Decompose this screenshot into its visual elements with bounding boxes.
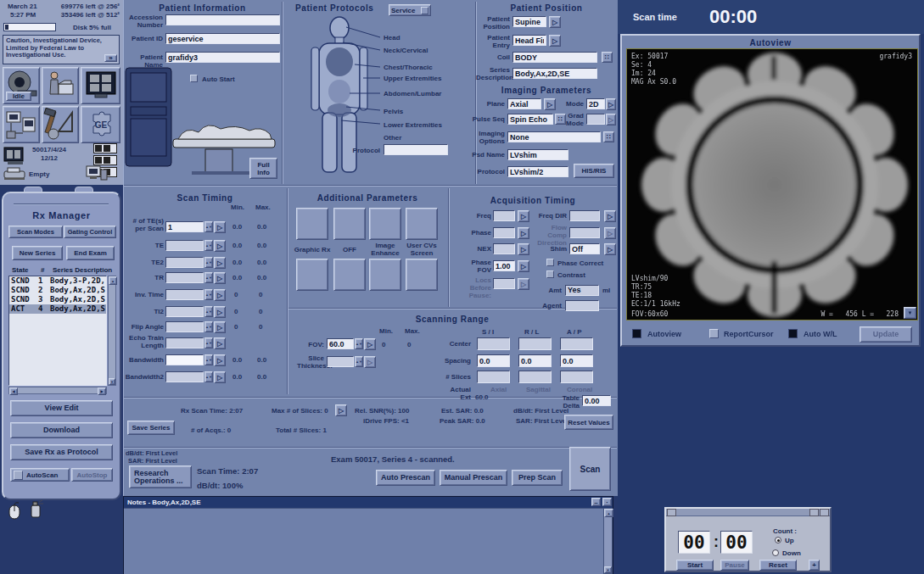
spacing-rl-field[interactable]	[518, 354, 552, 367]
series-row[interactable]: SCND1Body,3-P,2D,	[9, 276, 106, 286]
count-up-radio[interactable]	[775, 537, 781, 543]
echo-train-picker-button[interactable]: ▷	[214, 337, 226, 349]
grad-mode-picker-button[interactable]: ▷	[606, 114, 616, 125]
update-button[interactable]: Update	[860, 326, 912, 343]
series-list-hscrollbar[interactable]: ◀ ▶	[8, 387, 107, 394]
scan-modes-button[interactable]: Scan Modes	[8, 226, 63, 238]
agent-field[interactable]	[565, 300, 599, 311]
scroll-left-icon[interactable]: ◀	[9, 387, 18, 395]
series-row-active[interactable]: ACT4Body,Ax,2D,S	[9, 304, 106, 314]
pulse-seq-field[interactable]	[507, 114, 553, 125]
te-picker-button[interactable]: ▷	[214, 240, 226, 252]
region-abdomen-lumbar[interactable]: Abdomen/Lumbar	[384, 90, 441, 98]
freq-dir-picker-button[interactable]: ▷	[604, 210, 616, 222]
notes-vscrollbar[interactable]: ▲ ▼	[603, 508, 613, 574]
slices-rl-field[interactable]	[518, 371, 552, 383]
plane-picker-button[interactable]: ▷	[544, 98, 556, 110]
patient-archive-button[interactable]	[42, 67, 79, 104]
notes-minimize-button[interactable]: –	[591, 498, 601, 506]
inv-time-stepper[interactable]: ▲▼	[204, 289, 213, 300]
scroll-right-icon[interactable]: ▶	[98, 387, 106, 395]
te-count-stepper[interactable]: ▲▼	[204, 221, 213, 232]
phase-correct-checkbox[interactable]	[546, 259, 554, 266]
scroll-up-icon[interactable]: ▲	[109, 276, 117, 285]
te2-stepper[interactable]: ▲▼	[204, 257, 213, 268]
imaging-options-field[interactable]	[507, 131, 601, 142]
center-si-field[interactable]	[477, 337, 510, 350]
region-lower-extremities[interactable]: Lower Extremities	[384, 121, 442, 129]
patient-name-field[interactable]	[165, 52, 280, 63]
autoview-checkbox[interactable]	[632, 329, 641, 338]
imaging-options-picker-button[interactable]: ∷	[603, 131, 614, 142]
region-upper-extremities[interactable]: Upper Extremities	[384, 75, 441, 82]
research-operations-button[interactable]: Research Operations ...	[129, 465, 192, 488]
series-description-field[interactable]	[512, 68, 597, 79]
extra-param-button-2[interactable]	[333, 259, 366, 291]
region-pelvis[interactable]: Pelvis	[384, 108, 403, 115]
phase-fov-picker-button[interactable]: ▷	[518, 260, 529, 272]
mode-picker-button[interactable]: ▷	[606, 98, 616, 110]
scanner-status-button[interactable]: Idle	[3, 67, 40, 104]
extra-param-button-4[interactable]	[406, 259, 438, 291]
patient-entry-field[interactable]	[512, 35, 546, 46]
flow-comp-field[interactable]	[569, 227, 600, 238]
slices-ap-field[interactable]	[560, 371, 593, 383]
timer-reset-button[interactable]: Reset	[759, 560, 797, 571]
center-ap-field[interactable]	[560, 337, 593, 350]
tr-field[interactable]	[165, 272, 204, 283]
shim-field[interactable]	[569, 243, 600, 254]
inv-time-field[interactable]	[165, 289, 204, 300]
scroll-down-icon[interactable]: ▼	[604, 566, 612, 573]
manual-prescan-button[interactable]: Manual Prescan	[440, 470, 507, 486]
notes-titlebar[interactable]: Notes - Body,Ax,2D,SE – ·	[124, 497, 613, 508]
bandwidth-stepper[interactable]: ▲▼	[204, 354, 213, 365]
user-cvs-button[interactable]	[406, 208, 438, 240]
freq-field[interactable]	[493, 210, 515, 221]
graphic-rx-button[interactable]	[296, 208, 328, 240]
extra-param-button-1[interactable]	[296, 259, 328, 291]
inv-time-picker-button[interactable]: ▷	[214, 289, 226, 301]
phase-fov-field[interactable]	[493, 260, 515, 271]
timer-titlebar[interactable]	[666, 509, 830, 516]
imaging-protocol-field[interactable]	[507, 166, 568, 177]
notes-maximize-button[interactable]: ·	[602, 498, 612, 506]
tr-picker-button[interactable]: ▷	[214, 272, 226, 284]
scroll-up-icon[interactable]: ▲	[604, 509, 613, 517]
max-slices-picker-button[interactable]: ▷	[335, 404, 347, 416]
region-other[interactable]: Other	[384, 134, 401, 142]
series-row[interactable]: SCND3Body,Ax,2D,S	[9, 295, 106, 304]
slices-si-field[interactable]	[477, 371, 510, 383]
autoscan-checkbox[interactable]	[14, 471, 23, 480]
autoview-image[interactable]: Ex: 50017 Se: 4 Im: 24 MAG Ax S0.0 grafi…	[626, 48, 918, 320]
table-delta-field[interactable]	[582, 395, 611, 406]
te2-picker-button[interactable]: ▷	[214, 257, 226, 269]
prep-scan-button[interactable]: Prep Scan	[512, 470, 563, 486]
scroll-down-icon[interactable]: ▼	[109, 378, 115, 385]
timer-pause-button[interactable]: Pause	[720, 560, 749, 571]
patient-id-field[interactable]	[165, 33, 280, 44]
timer-minimize-icon[interactable]	[809, 509, 819, 516]
bandwidth2-stepper[interactable]: ▲▼	[204, 371, 213, 382]
ti2-field[interactable]	[165, 306, 204, 317]
plane-field[interactable]	[507, 98, 541, 109]
auto-wl-checkbox[interactable]	[788, 329, 798, 338]
flow-comp-picker-button[interactable]: ▷	[604, 227, 616, 239]
spacing-ap-field[interactable]	[560, 354, 593, 367]
service-dropdown[interactable]: Service	[389, 4, 431, 16]
notes-textarea[interactable]	[124, 508, 603, 574]
shim-picker-button[interactable]: ▷	[604, 243, 616, 255]
bandwidth2-picker-button[interactable]: ▷	[214, 371, 226, 383]
image-enhance-button[interactable]	[369, 208, 401, 240]
accession-number-field[interactable]	[165, 14, 280, 25]
bandwidth-picker-button[interactable]: ▷	[214, 354, 226, 366]
fov-field[interactable]	[327, 338, 354, 349]
view-edit-button[interactable]: View Edit	[10, 400, 113, 416]
freq-dir-field[interactable]	[569, 210, 600, 221]
fov-picker-button[interactable]: ▷	[364, 338, 376, 350]
bandwidth2-field[interactable]	[165, 371, 204, 382]
timer-menu-icon[interactable]	[667, 509, 676, 516]
full-info-button[interactable]: Full Info	[249, 158, 277, 179]
timer-maximize-icon[interactable]	[820, 509, 829, 516]
slice-thickness-stepper[interactable]: ▲▼	[355, 356, 363, 367]
service-tools-button[interactable]	[42, 106, 79, 143]
